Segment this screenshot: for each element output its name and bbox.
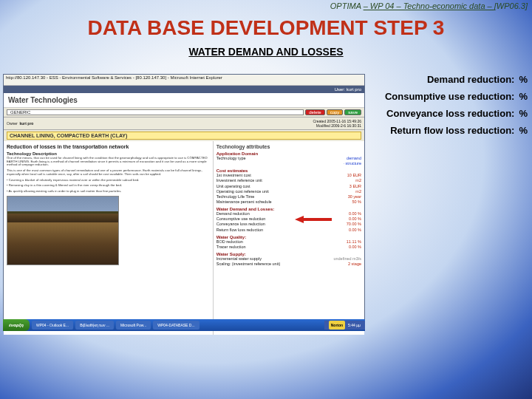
attr-row: Demand reduction0.00 %: [216, 211, 361, 216]
header-note-post: [WP06.3]: [494, 1, 528, 10]
header-note-mid: – WP 04 – Techno-economic data –: [364, 1, 494, 10]
address-bar: http://80.120.147.30 - ESS - Environment…: [4, 75, 364, 86]
attr-row: Technology Life Time30 year: [216, 194, 361, 200]
attr-key: Operating cost reference unit: [216, 189, 269, 194]
attr-value: demand: [347, 156, 361, 161]
attr-key: Tracer reduction: [216, 245, 246, 250]
attr-row: · structure: [216, 161, 361, 166]
header-note: OPTIMA – WP 04 – Techno-economic data – …: [330, 1, 528, 10]
attr-row: Incremental water supplyundefined m3/s: [216, 256, 361, 262]
taskbar-task[interactable]: Βιβλιοθήκη των ...: [75, 321, 114, 330]
left-pane: Reduction of losses in the transportatio…: [4, 141, 213, 335]
embedded-screenshot: http://80.120.147.30 - ESS - Environment…: [3, 74, 365, 330]
attr-value: 0.00 %: [349, 216, 361, 222]
modified-stamp: Modified 2006-2-6 16:30:31: [316, 123, 361, 128]
attr-value: 3 EUR: [349, 184, 361, 189]
slide-title: DATA BASE DEVELOPMENT STEP 3: [88, 16, 445, 40]
attr-row: Operating cost reference unitm2: [216, 189, 361, 194]
attr-row: Maintenance percent schedule50 %: [216, 200, 361, 205]
attr-value: 10 EUR: [347, 173, 361, 178]
panel-title: Water Technologies: [8, 96, 360, 104]
desc-p1: One of the means, that can be used for c…: [7, 157, 210, 167]
attr-value: 30 year: [348, 194, 361, 200]
taskbar-task[interactable]: WP04-DATABASE D...: [153, 321, 199, 330]
desc-b1: • Covering a blanket of relatively imper…: [7, 179, 210, 183]
side-label-text: Return flow loss reduction:: [390, 125, 514, 136]
left-title: Reduction of losses in the transportatio…: [7, 144, 210, 149]
attr-key: BOD reduction: [216, 239, 243, 245]
attr-row: Unit operating cost3 EUR: [216, 184, 361, 189]
attr-value: m2: [355, 178, 361, 183]
delete-button[interactable]: delete: [305, 109, 324, 115]
side-label-row: Consumptive use reduction:%: [371, 91, 528, 102]
desc-b3: • As quickly allowing existing soils in …: [7, 190, 210, 194]
taskbar-task[interactable]: Microsoft Pow...: [116, 321, 151, 330]
attr-row: Investment reference unitm2: [216, 178, 361, 183]
side-label-pct: %: [519, 91, 528, 102]
side-label-row: Demand reduction:%: [371, 74, 528, 85]
attr-row: Tracer reduction0.00 %: [216, 245, 361, 250]
clock: 5:44 μμ: [348, 321, 361, 330]
attr-row: BOD reduction11.11 %: [216, 239, 361, 245]
taskbar: έναρξη WP04 - Outlook E...Βιβλιοθήκη των…: [3, 319, 365, 331]
side-label-pct: %: [519, 74, 528, 85]
copy-button[interactable]: copy: [327, 109, 344, 115]
attr-key: Unit operating cost: [216, 184, 250, 189]
attr-value: undefined m3/s: [333, 256, 361, 262]
attr-key: Investment reference unit: [216, 178, 262, 183]
meta-row: Owner kurt pro Created 2005-11-16 15:49:…: [4, 117, 364, 130]
start-button[interactable]: έναρξη: [3, 319, 30, 331]
attr-row: Conveyance loss reduction70.00 %: [216, 222, 361, 227]
panel-heading: Water Technologies: [4, 93, 364, 108]
toolbar: GENERIC delete copy save: [4, 108, 364, 117]
slide: OPTIMA – WP 04 – Techno-economic data – …: [0, 0, 532, 399]
attr-value: 0.00 %: [349, 245, 361, 250]
side-label-pct: %: [519, 108, 528, 119]
content-body: Reduction of losses in the transportatio…: [4, 141, 364, 335]
attr-value: 11.11 %: [347, 239, 361, 245]
highlight-arrow-icon: [295, 216, 332, 222]
right-title: Technology attributes: [216, 144, 361, 149]
attr-value: 50 %: [352, 200, 361, 205]
attr-key: Scaling: (investment reference unit): [216, 262, 281, 267]
class-select[interactable]: GENERIC: [7, 109, 304, 115]
side-label-row: Conveyance loss reduction:%: [371, 108, 528, 119]
attr-row: Scaling: (investment reference unit)2 st…: [216, 262, 361, 267]
attr-value: 2 stage: [348, 262, 361, 267]
header-note-pre: OPTIMA: [330, 1, 364, 10]
attr-value: 0.00 %: [349, 228, 361, 233]
attr-key: Return flow loss reduction: [216, 228, 263, 233]
side-label-text: Demand reduction:: [427, 74, 514, 85]
side-labels: Demand reduction:%Consumptive use reduct…: [371, 74, 528, 142]
attr-key: 1st investment cost: [216, 173, 251, 178]
attr-key: Demand reduction: [216, 211, 250, 216]
user-strip: User: kurt pro: [4, 86, 364, 93]
right-pane: Technology attributes Application Domain…: [213, 141, 364, 335]
attr-key: Technology Life Time: [216, 194, 255, 200]
attr-key: Conveyance loss reduction: [216, 222, 265, 227]
desc-b2: • Removing clay in a thin covering & fil…: [7, 184, 210, 188]
side-label-pct: %: [519, 125, 528, 136]
desc-p2: This is one of the most common types of …: [7, 169, 210, 176]
attr-row: Consumptive use reduction0.00 %: [216, 216, 361, 222]
norton-pill: Norton: [329, 321, 345, 330]
tech-photo: [7, 196, 119, 265]
attr-row: 1st investment cost10 EUR: [216, 173, 361, 178]
attr-key: Incremental water supply: [216, 256, 262, 262]
attr-row: Technology typedemand: [216, 156, 361, 161]
attr-value: m2: [355, 189, 361, 194]
tech-selector[interactable]: CHANNEL LINING, COMPACTED EARTH (CLAY): [7, 132, 361, 140]
attr-value: 0.00 %: [349, 211, 361, 216]
save-button[interactable]: save: [344, 109, 361, 115]
side-label-text: Consumptive use reduction:: [385, 91, 515, 102]
notification-area: Norton 5:44 μμ: [324, 321, 365, 330]
slide-subtitle: WATER DEMAND AND LOSSES: [188, 46, 343, 58]
attr-key: Maintenance percent schedule: [216, 200, 272, 205]
side-label-text: Conveyance loss reduction:: [386, 108, 514, 119]
taskbar-task[interactable]: WP04 - Outlook E...: [32, 321, 73, 330]
attr-value: · structure: [344, 161, 361, 166]
attr-key: Technology type: [216, 156, 246, 161]
attr-key: Consumptive use reduction: [216, 216, 266, 222]
attr-row: Return flow loss reduction0.00 %: [216, 228, 361, 233]
owner-label: Owner kurt pro: [7, 121, 33, 126]
